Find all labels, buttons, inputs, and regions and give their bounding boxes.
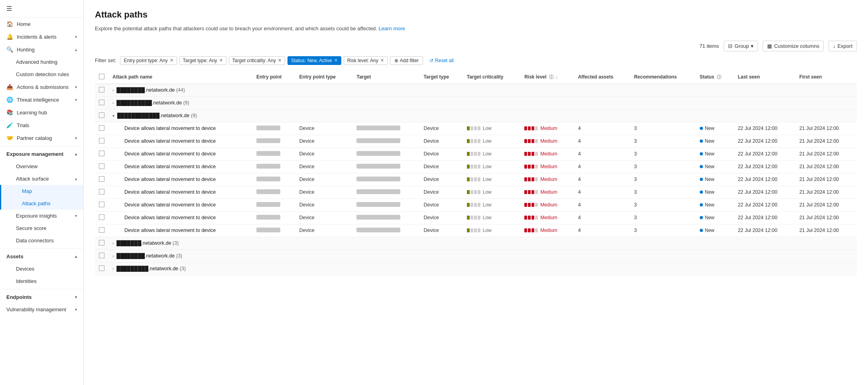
col-header-target-type[interactable]: Target type [419,71,463,84]
col-header-affected-assets[interactable]: Affected assets [574,71,630,84]
table-row[interactable]: Device allows lateral movement to device… [95,160,857,173]
select-all-checkbox-header[interactable] [95,71,108,84]
col-header-risk-level[interactable]: Risk level ⓘ ↓ [520,71,574,84]
row-name[interactable]: Device allows lateral movement to device [108,122,252,135]
col-header-recommendations[interactable]: Recommendations [630,71,696,84]
col-header-status[interactable]: Status ⓘ [696,71,734,84]
reset-all-button[interactable]: ↺ Reset all [425,57,458,65]
filter-tag-entry-point-type[interactable]: Entry point type: Any ✕ [120,56,177,65]
row-checkbox-cell[interactable] [95,173,108,186]
table-row[interactable]: Device allows lateral movement to device… [95,135,857,147]
sidebar-item-identities[interactable]: Identities [0,275,83,287]
group-row-name[interactable]: ▾ ████████████.netatwork.de (9) [108,109,857,122]
row-name[interactable]: Device allows lateral movement to device [108,147,252,160]
table-row[interactable]: Device allows lateral movement to device… [95,198,857,211]
add-filter-button[interactable]: ⊕ Add filter [390,56,423,65]
export-button[interactable]: ↓ Export [829,41,857,51]
col-header-first-seen[interactable]: First seen [795,71,857,84]
col-header-entry-point[interactable]: Entry point [252,71,295,84]
learn-more-link[interactable]: Learn more [379,26,405,31]
close-icon[interactable]: ✕ [219,58,223,63]
group-row-name[interactable]: › █████████.netatwork.de (3) [108,262,857,275]
close-icon[interactable]: ✕ [334,58,338,63]
sidebar-item-exposure-insights[interactable]: Exposure insights ▾ [0,210,83,222]
filter-tag-target-criticality[interactable]: Target criticality: Any ✕ [229,56,285,65]
col-header-entry-point-type[interactable]: Entry point type [295,71,353,84]
sidebar-item-attack-paths[interactable]: Attack paths [0,197,83,210]
risk-bar-1 [524,152,527,156]
sidebar-item-attack-surface[interactable]: Attack surface ▴ [0,173,83,185]
table-row[interactable]: Device allows lateral movement to device… [95,211,857,224]
row-name[interactable]: Device allows lateral movement to device [108,160,252,173]
sidebar-item-threat-intel[interactable]: 🌐 Threat intelligence ▾ [0,93,83,106]
row-checkbox-cell[interactable] [95,147,108,160]
row-checkbox-cell[interactable] [95,122,108,135]
row-checkbox-cell[interactable] [95,237,108,249]
close-icon[interactable]: ✕ [170,58,173,63]
attack-path-name: Device allows lateral movement to device [124,215,216,220]
table-row[interactable]: Device allows lateral movement to device… [95,147,857,160]
sidebar-item-home[interactable]: 🏠 Home [0,18,83,30]
hamburger-icon[interactable]: ☰ [6,5,12,12]
row-checkbox-cell[interactable] [95,262,108,275]
table-row[interactable]: Device allows lateral movement to device… [95,186,857,198]
group-row-name[interactable]: › ████████.netatwork.de (44) [108,84,857,96]
sidebar-item-learning-hub[interactable]: 📚 Learning hub [0,106,83,119]
table-group-row[interactable]: › ████████.netatwork.de (44) [95,84,857,96]
close-icon[interactable]: ✕ [278,58,281,63]
col-header-target-criticality[interactable]: Target criticality [463,71,520,84]
row-name[interactable]: Device allows lateral movement to device [108,211,252,224]
filter-tag-status[interactable]: Status: New, Active ✕ [287,56,341,65]
sidebar-item-trials[interactable]: 🧪 Trials [0,119,83,132]
table-group-row[interactable]: › █████████.netatwork.de (3) [95,262,857,275]
sidebar-item-exposure-mgmt[interactable]: Exposure management ▴ [0,148,83,160]
row-checkbox-cell[interactable] [95,109,108,122]
group-row-name[interactable]: › ████████.netatwork.de (3) [108,249,857,262]
group-row-name[interactable]: › ██████████.netatwork.de (9) [108,96,857,109]
row-name[interactable]: Device allows lateral movement to device [108,173,252,186]
row-checkbox-cell[interactable] [95,198,108,211]
group-button[interactable]: ⊟ Group ▾ [724,41,758,51]
row-checkbox-cell[interactable] [95,211,108,224]
row-name[interactable]: Device allows lateral movement to device [108,198,252,211]
sidebar-item-custom-detection[interactable]: Custom detection rules [0,68,83,81]
table-row[interactable]: Device allows lateral movement to device… [95,173,857,186]
row-checkbox-cell[interactable] [95,135,108,147]
sidebar-item-secure-score[interactable]: Secure score [0,222,83,234]
row-checkbox-cell[interactable] [95,249,108,262]
customize-columns-button[interactable]: ▦ Customize columns [763,41,823,51]
row-name[interactable]: Device allows lateral movement to device [108,135,252,147]
table-row[interactable]: Device allows lateral movement to device… [95,122,857,135]
table-group-row[interactable]: › ██████████.netatwork.de (9) [95,96,857,109]
filter-tag-risk-level[interactable]: Risk level: Any ✕ [344,56,388,65]
row-name[interactable]: Device allows lateral movement to device [108,186,252,198]
sidebar-item-hunting[interactable]: 🔍 Hunting ▴ [0,43,83,56]
sidebar-item-vuln-mgmt[interactable]: Vulnerability management ▾ [0,303,83,316]
sidebar-item-map[interactable]: Map [0,185,83,197]
sidebar-item-actions[interactable]: 📤 Actions & submissions ▾ [0,81,83,93]
row-checkbox-cell[interactable] [95,160,108,173]
row-name[interactable]: Device allows lateral movement to device [108,224,252,237]
sidebar-item-advanced-hunting[interactable]: Advanced hunting [0,56,83,68]
sidebar-item-data-connectors[interactable]: Data connectors [0,234,83,247]
table-group-row[interactable]: › ███████.netatwork.de (3) [95,237,857,249]
table-group-row[interactable]: › ████████.netatwork.de (3) [95,249,857,262]
row-checkbox-cell[interactable] [95,224,108,237]
row-checkbox-cell[interactable] [95,84,108,96]
sidebar-item-devices[interactable]: Devices [0,263,83,275]
group-row-name[interactable]: › ███████.netatwork.de (3) [108,237,857,249]
row-checkbox-cell[interactable] [95,96,108,109]
col-header-last-seen[interactable]: Last seen [734,71,795,84]
sidebar-item-incidents[interactable]: 🔔 Incidents & alerts ▾ [0,30,83,43]
sidebar-item-assets[interactable]: Assets ▴ [0,250,83,263]
table-row[interactable]: Device allows lateral movement to device… [95,224,857,237]
row-checkbox-cell[interactable] [95,186,108,198]
sidebar-item-endpoints[interactable]: Endpoints ▾ [0,291,83,303]
table-group-row[interactable]: ▾ ████████████.netatwork.de (9) [95,109,857,122]
filter-tag-target-type[interactable]: Target type: Any ✕ [179,56,226,65]
sidebar-item-partner-catalog[interactable]: 🤝 Partner catalog ▾ [0,132,83,144]
close-icon[interactable]: ✕ [380,58,384,63]
sidebar-item-overview[interactable]: Overview [0,160,83,173]
col-header-name[interactable]: Attack path name [108,71,252,84]
col-header-target[interactable]: Target [352,71,419,84]
